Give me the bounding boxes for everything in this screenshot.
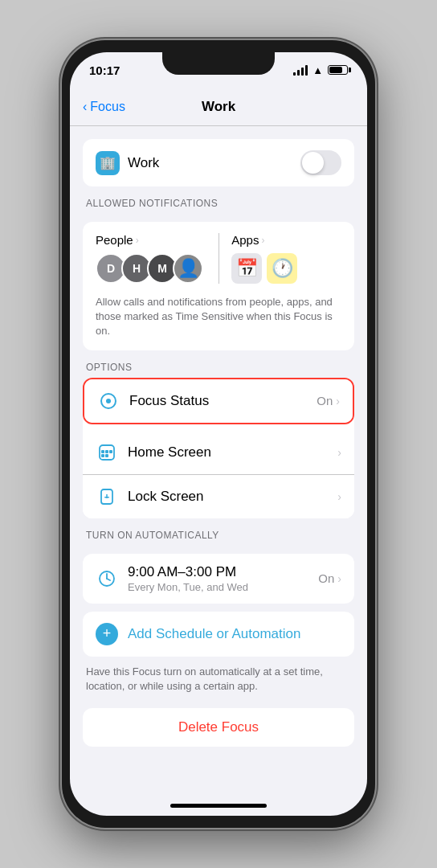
- chevron-left-icon: ‹: [83, 100, 87, 114]
- back-label: Focus: [90, 100, 125, 114]
- work-toggle-card: 🏢 Work: [83, 139, 354, 186]
- work-label: Work: [128, 155, 159, 171]
- screen: 10:17 ▲ ‹ Focus Work: [70, 52, 367, 816]
- scroll-content[interactable]: 🏢 Work ALLOWED NOTIFICATIONS People: [70, 126, 367, 816]
- schedule-row[interactable]: 9:00 AM–3:00 PM Every Mon, Tue, and Wed …: [83, 554, 354, 604]
- lock-screen-label: Lock Screen: [128, 489, 328, 505]
- focus-status-right: On ›: [317, 394, 340, 407]
- options-section: OPTIONS Focus Status: [70, 350, 367, 518]
- signal-bar-4: [305, 65, 308, 76]
- focus-status-highlight: Focus Status On ›: [83, 378, 354, 424]
- schedule-time: 9:00 AM–3:00 PM: [128, 564, 308, 580]
- add-schedule-card: + Add Schedule or Automation: [83, 612, 354, 657]
- lock-screen-right: ›: [337, 490, 341, 503]
- apps-col[interactable]: Apps › 📅 🕐: [231, 233, 341, 284]
- add-schedule-label: Add Schedule or Automation: [128, 626, 300, 642]
- wifi-icon: ▲: [312, 64, 323, 76]
- auto-card: 9:00 AM–3:00 PM Every Mon, Tue, and Wed …: [83, 554, 354, 604]
- signal-bar-3: [301, 68, 304, 76]
- home-screen-chevron: ›: [337, 446, 341, 459]
- status-time: 10:17: [89, 63, 120, 77]
- notifications-description: Allow calls and notifications from peopl…: [83, 295, 354, 350]
- nav-bar: ‹ Focus Work: [70, 88, 367, 126]
- schedule-on-label: On: [318, 571, 334, 585]
- toggle-knob: [302, 152, 324, 174]
- home-screen-right: ›: [337, 446, 341, 459]
- notifications-card: People › D H M 👤: [83, 222, 354, 350]
- auto-footer-description: Have this Focus turn on automatically at…: [70, 657, 367, 705]
- svg-point-1: [106, 399, 111, 403]
- svg-rect-5: [109, 450, 112, 453]
- app-icon-clock: 🕐: [267, 253, 297, 284]
- battery-icon: [328, 65, 348, 75]
- notif-row: People › D H M 👤: [83, 222, 354, 295]
- auto-section-label: TURN ON AUTOMATICALLY: [70, 518, 367, 546]
- add-schedule-icon: +: [96, 623, 118, 645]
- people-title: People ›: [96, 233, 206, 247]
- avatars-row: D H M 👤: [96, 253, 206, 284]
- people-chevron: ›: [136, 235, 139, 246]
- svg-line-13: [107, 579, 110, 580]
- svg-rect-6: [101, 454, 104, 457]
- schedule-days: Every Mon, Tue, and Wed: [128, 581, 308, 593]
- svg-rect-4: [105, 450, 108, 453]
- focus-status-icon: [97, 390, 120, 412]
- lock-screen-icon: [96, 485, 118, 508]
- signal-icon: [293, 65, 308, 76]
- apps-title: Apps ›: [231, 233, 341, 247]
- auto-section: TURN ON AUTOMATICALLY 9:00 AM–3:00 PM: [70, 518, 367, 705]
- lock-screen-row[interactable]: Lock Screen ›: [83, 475, 354, 518]
- screen-options-card: Home Screen ›: [83, 431, 354, 518]
- allowed-notifications-label: ALLOWED NOTIFICATIONS: [70, 186, 367, 214]
- allowed-notifications-section: ALLOWED NOTIFICATIONS People › D H: [70, 186, 367, 350]
- work-left: 🏢 Work: [96, 151, 159, 175]
- options-list: Focus Status On ›: [83, 378, 354, 518]
- add-schedule-row[interactable]: + Add Schedule or Automation: [83, 612, 354, 657]
- focus-status-value: On: [317, 394, 333, 407]
- schedule-text: 9:00 AM–3:00 PM Every Mon, Tue, and Wed: [128, 564, 308, 593]
- signal-bar-1: [293, 72, 296, 76]
- status-icons: ▲: [293, 64, 348, 76]
- back-button[interactable]: ‹ Focus: [83, 100, 125, 114]
- home-indicator[interactable]: [170, 804, 267, 808]
- options-section-label: OPTIONS: [70, 350, 367, 378]
- focus-status-row[interactable]: Focus Status On ›: [84, 379, 353, 423]
- people-col[interactable]: People › D H M 👤: [96, 233, 206, 284]
- page-title: Work: [202, 99, 235, 115]
- phone-frame: 10:17 ▲ ‹ Focus Work: [62, 40, 375, 828]
- delete-focus-button[interactable]: Delete Focus: [83, 708, 354, 747]
- home-screen-row[interactable]: Home Screen ›: [83, 431, 354, 475]
- focus-status-chevron: ›: [336, 395, 340, 407]
- svg-rect-3: [101, 450, 104, 453]
- battery-fill: [329, 67, 342, 73]
- schedule-icon: [96, 567, 118, 590]
- avatar-photo: 👤: [173, 253, 203, 284]
- column-divider: [218, 233, 219, 284]
- focus-status-label: Focus Status: [129, 393, 307, 409]
- svg-rect-7: [105, 454, 108, 457]
- notch: [162, 52, 275, 75]
- home-screen-label: Home Screen: [128, 444, 328, 461]
- work-toggle[interactable]: [300, 150, 341, 175]
- lock-screen-chevron: ›: [337, 490, 341, 503]
- app-icons-row: 📅 🕐: [231, 253, 341, 284]
- work-icon: 🏢: [96, 151, 120, 175]
- signal-bar-2: [297, 70, 300, 76]
- apps-chevron: ›: [261, 235, 264, 246]
- app-icon-calendar: 📅: [231, 253, 262, 284]
- schedule-right: On ›: [318, 571, 341, 585]
- schedule-chevron: ›: [337, 572, 341, 585]
- home-screen-icon: [96, 441, 118, 464]
